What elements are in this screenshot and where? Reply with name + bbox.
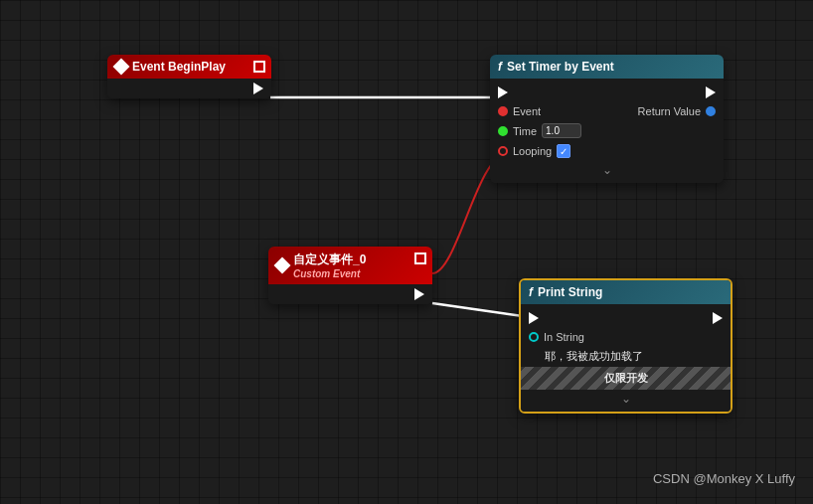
set-timer-exec-row: [490, 83, 724, 102]
looping-checkbox[interactable]: ✓: [557, 144, 570, 158]
node-custom-event[interactable]: 自定义事件_0 Custom Event: [268, 247, 432, 304]
dev-only-label: 仅限开发: [604, 372, 648, 384]
begin-play-exec-row: [107, 79, 271, 98]
custom-event-title: 自定义事件_0: [293, 252, 366, 268]
event-row: Event Return Value: [490, 102, 724, 120]
node-set-timer[interactable]: f Set Timer by Event Event Return Value …: [490, 55, 724, 183]
event-icon: [113, 59, 130, 76]
print-exec-row: [521, 308, 731, 328]
set-timer-body: Event Return Value Time Looping ✓ ⌄: [490, 79, 724, 183]
custom-event-subtitle: Custom Event: [293, 268, 366, 279]
watermark: CSDN @Monkey X Luffy: [653, 471, 795, 486]
time-row: Time: [490, 120, 724, 141]
custom-event-titles: 自定义事件_0 Custom Event: [293, 252, 366, 279]
custom-event-exec-row: [268, 284, 432, 304]
exec-out-pin[interactable]: [414, 288, 424, 300]
node-print-string[interactable]: f Print String In String 耶，我被成功加载了 仅限开发: [519, 278, 732, 414]
event-label: Event: [513, 105, 541, 117]
corner-box: [414, 252, 426, 264]
begin-play-header: Event BeginPlay: [107, 55, 271, 79]
corner-box: [253, 61, 265, 73]
expand-arrow[interactable]: ⌄: [521, 390, 731, 408]
exec-in-pin[interactable]: [498, 86, 508, 98]
begin-play-title: Event BeginPlay: [132, 60, 226, 74]
time-label: Time: [513, 125, 537, 137]
event-icon: [274, 257, 291, 274]
looping-row: Looping ✓: [490, 141, 724, 161]
exec-out-pin[interactable]: [253, 83, 263, 94]
set-timer-header: f Set Timer by Event: [490, 55, 724, 79]
expand-arrow[interactable]: ⌄: [490, 161, 724, 179]
in-string-row: In String: [521, 328, 731, 346]
time-in-port[interactable]: [498, 126, 508, 136]
function-icon: f: [498, 60, 502, 74]
string-value: 耶，我被成功加载了: [545, 349, 643, 364]
in-string-label: In String: [544, 331, 584, 343]
string-value-row: 耶，我被成功加载了: [521, 346, 731, 367]
print-string-title: Print String: [538, 285, 602, 299]
exec-in-pin[interactable]: [529, 312, 539, 324]
node-begin-play[interactable]: Event BeginPlay: [107, 55, 271, 98]
print-string-body: In String 耶，我被成功加载了 仅限开发 ⌄: [521, 304, 731, 412]
return-out-port[interactable]: [706, 106, 716, 116]
set-timer-title: Set Timer by Event: [507, 60, 614, 74]
return-label: Return Value: [638, 105, 701, 117]
dev-only-bar: 仅限开发: [521, 367, 731, 390]
blueprint-canvas[interactable]: Event BeginPlay f Set Timer by Event Eve…: [0, 0, 813, 504]
custom-event-header: 自定义事件_0 Custom Event: [268, 247, 432, 284]
exec-out-pin[interactable]: [713, 312, 723, 324]
looping-in-port[interactable]: [498, 146, 508, 156]
function-icon: f: [529, 285, 533, 299]
exec-out-pin[interactable]: [706, 86, 716, 98]
event-in-port[interactable]: [498, 106, 508, 116]
looping-label: Looping: [513, 145, 552, 157]
in-string-port[interactable]: [529, 332, 539, 342]
time-input[interactable]: [542, 123, 581, 138]
watermark-text: CSDN @Monkey X Luffy: [653, 471, 795, 486]
print-string-header: f Print String: [521, 280, 731, 304]
